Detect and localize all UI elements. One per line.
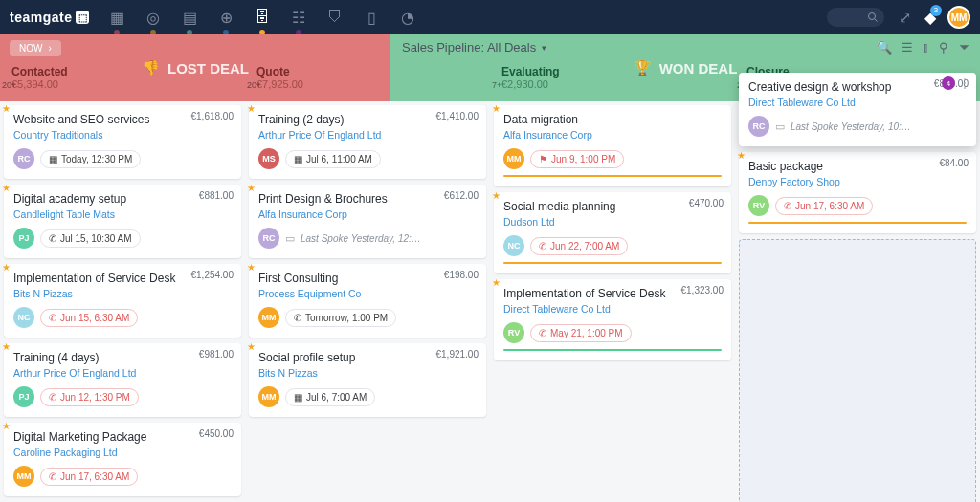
phone-icon: ✆ [49, 233, 56, 244]
owner-avatar[interactable]: RV [748, 195, 769, 216]
owner-avatar[interactable]: RC [13, 148, 34, 169]
deals-icon[interactable]: 🗄 [254, 9, 271, 26]
company-icon[interactable]: ▤ [181, 9, 198, 26]
owner-avatar[interactable]: MM [503, 148, 524, 169]
activity-chip[interactable]: ✆May 21, 1:00 PM [530, 324, 632, 342]
company-link[interactable]: Candlelight Table Mats [13, 208, 115, 220]
column-contacted: 20+ Contacted €5,394.00 ★€1,618.00Websit… [0, 61, 245, 502]
dashboard-icon[interactable]: ▦ [108, 9, 125, 26]
company-link[interactable]: Denby Factory Shop [748, 176, 840, 187]
company-link[interactable]: Direct Tableware Co Ltd [748, 97, 856, 108]
star-icon[interactable]: ★ [2, 183, 11, 193]
activity-chip[interactable]: ▦Jul 6, 11:00 AM [285, 150, 381, 168]
pipeline-tools: 🔍 ☰ ⫿ ⚲ ⏷ [877, 40, 970, 55]
chart-icon[interactable]: ◔ [399, 9, 416, 26]
owner-avatar[interactable]: PJ [13, 386, 34, 407]
company-link[interactable]: Bits N Pizzas [258, 367, 318, 379]
star-icon[interactable]: ★ [737, 150, 746, 161]
star-icon[interactable]: ★ [492, 103, 501, 114]
now-filter[interactable]: NOW › [10, 40, 61, 56]
company-link[interactable]: Direct Tableware Co Ltd [503, 303, 611, 315]
deal-card[interactable]: ★€84.00Basic packageDenby Factory ShopRV… [739, 152, 976, 233]
company-link[interactable]: Bits N Pizzas [13, 288, 73, 299]
stats-icon[interactable]: ⫿ [923, 40, 929, 55]
search-input[interactable] [827, 8, 884, 27]
company-link[interactable]: Arthur Price Of England Ltd [258, 129, 381, 141]
owner-avatar[interactable]: MS [258, 148, 279, 169]
star-icon[interactable]: ★ [2, 103, 11, 114]
activity-chip[interactable]: ✆Jun 17, 6:30 AM [40, 468, 138, 486]
main-nav: ▦ ◎ ▤ ⊕ 🗄 ☷ ⛉ ▯ ◔ [108, 9, 416, 26]
star-icon[interactable]: ★ [2, 421, 11, 431]
target-icon[interactable]: ◎ [145, 9, 162, 26]
expand-icon[interactable]: ⤢ [896, 9, 913, 26]
search-icon[interactable]: 🔍 [877, 40, 892, 55]
user-avatar[interactable]: MM [947, 6, 970, 29]
deal-card[interactable]: ★€470.00Social media planningDudson LtdN… [494, 192, 731, 273]
calendar-icon[interactable]: ☷ [290, 9, 307, 26]
deal-card[interactable]: ★€612.00Print Design & BrochuresAlfa Ins… [249, 185, 486, 258]
card-menu-icon[interactable]: ⋮ [959, 76, 970, 90]
activity-chip[interactable]: ✆Jun 12, 1:30 PM [40, 388, 139, 406]
star-icon[interactable]: ★ [247, 262, 256, 273]
column-closure: 2+ Closure €894.00 €800.00 4 ⋮ Creative … [735, 61, 980, 502]
star-icon[interactable]: ★ [247, 103, 256, 114]
drop-placeholder[interactable] [739, 239, 976, 502]
owner-avatar[interactable]: RC [258, 228, 279, 249]
company-link[interactable]: Alfa Insurance Corp [503, 129, 592, 141]
deal-card[interactable]: ★Data migrationAlfa Insurance CorpMM⚑Jun… [494, 105, 731, 186]
deal-card[interactable]: ★€981.00Training (4 days)Arthur Price Of… [4, 343, 241, 417]
deal-card[interactable]: ★€1,254.00Implementation of Service Desk… [4, 264, 241, 338]
owner-avatar[interactable]: RV [503, 322, 524, 343]
company-link[interactable]: Arthur Price Of England Ltd [13, 367, 136, 379]
star-icon[interactable]: ★ [247, 341, 256, 352]
owner-avatar[interactable]: PJ [13, 228, 34, 249]
owner-avatar[interactable]: MM [13, 466, 34, 487]
company-link[interactable]: Process Equipment Co [258, 288, 361, 299]
star-icon[interactable]: ★ [2, 341, 11, 352]
phone-icon: ⚑ [539, 154, 547, 164]
activity-chip[interactable]: ✆Jun 17, 6:30 AM [775, 197, 873, 215]
deal-card[interactable]: ★€881.00Digital academy setupCandlelight… [4, 185, 241, 258]
activity-chip[interactable]: ✆Tomorrow, 1:00 PM [285, 309, 396, 327]
list-icon[interactable]: ☰ [902, 40, 913, 55]
phone-icon: ✆ [784, 201, 791, 211]
pipeline-title[interactable]: Sales Pipeline: All Deals ▾ [402, 40, 546, 55]
activity-chip[interactable]: ✆Jun 15, 6:30 AM [40, 309, 138, 327]
company-link[interactable]: Caroline Packaging Ltd [13, 447, 118, 458]
owner-avatar[interactable]: NC [503, 235, 524, 256]
deal-card[interactable]: ★€1,618.00Website and SEO servicesCountr… [4, 105, 241, 179]
phone-icon: ✆ [49, 392, 56, 403]
pin-icon[interactable]: ⚲ [939, 40, 948, 55]
clipboard-icon[interactable]: ▯ [363, 9, 380, 26]
owner-avatar[interactable]: MM [258, 307, 279, 328]
lock-icon[interactable]: ⛉ [326, 9, 344, 26]
company-link[interactable]: Dudson Ltd [503, 216, 555, 228]
activity-chip[interactable]: ▦Today, 12:30 PM [40, 150, 141, 168]
logo[interactable]: teamgate⬚ [10, 10, 89, 25]
notifications-icon[interactable]: ◆3 [924, 9, 936, 27]
star-icon[interactable]: ★ [492, 277, 501, 288]
deal-card[interactable]: ★€1,323.00Implementation of Service Desk… [494, 279, 731, 360]
activity-chip[interactable]: ✆Jul 15, 10:30 AM [40, 229, 141, 248]
activity-chip[interactable]: ▦Jul 6, 7:00 AM [285, 388, 375, 406]
filter-icon[interactable]: ⏷ [958, 40, 970, 55]
deal-card[interactable]: ★€1,921.00Social profile setupBits N Piz… [249, 343, 486, 417]
company-link[interactable]: Alfa Insurance Corp [258, 208, 347, 220]
column-quote: 20+ Quote €7,925.00 ★€1,410.00Training (… [245, 61, 490, 502]
owner-avatar[interactable]: RC [748, 116, 769, 137]
deal-card[interactable]: ★€450.00Digital Marketing PackageCarolin… [4, 423, 241, 496]
star-icon[interactable]: ★ [2, 262, 11, 273]
owner-avatar[interactable]: MM [258, 386, 279, 407]
owner-avatar[interactable]: NC [13, 307, 34, 328]
deal-card[interactable]: ★€1,410.00Training (2 days)Arthur Price … [249, 105, 486, 179]
globe-icon[interactable]: ⊕ [217, 9, 234, 26]
deal-card[interactable]: ★€198.00First ConsultingProcess Equipmen… [249, 264, 486, 338]
star-icon[interactable]: ★ [247, 183, 256, 193]
activity-chip[interactable]: ✆Jun 22, 7:00 AM [530, 237, 628, 255]
company-link[interactable]: Country Traditionals [13, 129, 102, 141]
activity-chip[interactable]: ⚑Jun 9, 1:00 PM [530, 150, 624, 168]
star-icon[interactable]: ★ [492, 190, 501, 201]
top-nav: teamgate⬚ ▦ ◎ ▤ ⊕ 🗄 ☷ ⛉ ▯ ◔ ⤢ ◆3 MM [0, 0, 980, 34]
deal-card[interactable]: €800.00 4 ⋮ Creative design & workshop D… [739, 73, 976, 146]
